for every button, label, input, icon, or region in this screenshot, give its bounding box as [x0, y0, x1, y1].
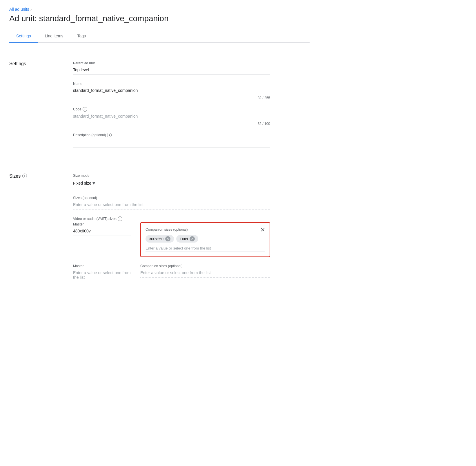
- sizes-section-label: Sizes i: [9, 174, 73, 282]
- popup-close-button[interactable]: ✕: [258, 225, 267, 234]
- companion-tags-container: 300x250 ✕ Fluid ✕: [146, 235, 265, 243]
- companion-tag-300x250-close[interactable]: ✕: [165, 236, 170, 241]
- companion-tag-fluid: Fluid ✕: [176, 235, 198, 243]
- tab-settings[interactable]: Settings: [9, 30, 38, 43]
- description-info-icon[interactable]: i: [107, 133, 112, 137]
- companion-tag-300x250: 300x250 ✕: [146, 235, 174, 243]
- master-col-1: Master 480x600v: [73, 222, 131, 257]
- description-field: Description (optional) i: [73, 133, 270, 148]
- size-mode-value: Fixed size: [73, 181, 91, 185]
- master-col-2: Master Enter a value or select one from …: [73, 264, 131, 282]
- companion-tag-300x250-label: 300x250: [149, 237, 163, 241]
- companion-input-2[interactable]: Enter a value or select one from the lis…: [140, 269, 270, 278]
- name-label: Name: [73, 82, 270, 86]
- breadcrumb: All ad units ›: [9, 7, 310, 12]
- sizes-optional-input[interactable]: Enter a value or select one from the lis…: [73, 201, 270, 210]
- sizes-optional-label: Sizes (optional): [73, 196, 270, 200]
- master-label-1: Master: [73, 222, 131, 226]
- master-input-2[interactable]: Enter a value or select one from the lis…: [73, 269, 131, 282]
- breadcrumb-link[interactable]: All ad units: [9, 7, 29, 12]
- sizes-optional-field: Sizes (optional) Enter a value or select…: [73, 196, 270, 210]
- companion-label-2: Companion sizes (optional): [140, 264, 270, 268]
- master-label-2: Master: [73, 264, 131, 268]
- description-label: Description (optional) i: [73, 133, 270, 137]
- settings-section-label: Settings: [9, 61, 73, 155]
- companion-popup: Companion sizes (optional) 300x250 ✕ Flu…: [140, 222, 270, 257]
- tab-line-items[interactable]: Line items: [38, 30, 70, 43]
- parent-ad-unit-field: Parent ad unit Top level: [73, 61, 270, 75]
- dropdown-arrow-icon: ▾: [92, 180, 95, 186]
- companion-tag-fluid-label: Fluid: [180, 237, 188, 241]
- size-mode-field: Size mode Fixed size ▾: [73, 174, 270, 189]
- sizes-section: Sizes i Size mode Fixed size ▾ Sizes (op…: [9, 164, 310, 292]
- size-mode-label: Size mode: [73, 174, 270, 178]
- parent-ad-unit-label: Parent ad unit: [73, 61, 270, 65]
- tabs-nav: Settings Line items Tags: [9, 30, 310, 43]
- vast-master-row-1: Master 480x600v Companion sizes (optiona…: [73, 222, 270, 257]
- code-field: Code i standard_format_native_companion …: [73, 107, 270, 126]
- companion-input[interactable]: Enter a value or select one from the lis…: [146, 246, 265, 252]
- vast-field: Video or audio (VAST) sizes i: [73, 216, 270, 221]
- name-field: Name standard_format_native_companion 32…: [73, 82, 270, 100]
- master-value-1: 480x600v: [73, 227, 131, 236]
- sizes-section-content: Size mode Fixed size ▾ Sizes (optional) …: [73, 174, 270, 282]
- settings-section: Settings Parent ad unit Top level Name s…: [9, 52, 310, 164]
- sizes-info-icon[interactable]: i: [22, 174, 27, 178]
- vast-info-icon[interactable]: i: [118, 216, 122, 221]
- code-input[interactable]: standard_format_native_companion: [73, 113, 270, 121]
- code-info-icon[interactable]: i: [83, 107, 87, 112]
- page-title: Ad unit: standard_format_native_companio…: [9, 14, 310, 23]
- name-value[interactable]: standard_format_native_companion: [73, 87, 270, 95]
- companion-sizes-label: Companion sizes (optional): [146, 227, 265, 232]
- settings-section-content: Parent ad unit Top level Name standard_f…: [73, 61, 270, 155]
- code-counter: 32 / 100: [73, 122, 270, 126]
- breadcrumb-chevron: ›: [30, 7, 32, 12]
- vast-label: Video or audio (VAST) sizes i: [73, 216, 270, 221]
- companion-col-2: Companion sizes (optional) Enter a value…: [140, 264, 270, 282]
- size-mode-dropdown[interactable]: Fixed size ▾: [73, 179, 95, 189]
- description-input[interactable]: [73, 139, 270, 148]
- vast-master-row-2: Master Enter a value or select one from …: [73, 264, 270, 282]
- tab-tags[interactable]: Tags: [70, 30, 93, 43]
- parent-ad-unit-value: Top level: [73, 66, 270, 75]
- name-counter: 32 / 255: [73, 96, 270, 100]
- companion-tag-fluid-close[interactable]: ✕: [190, 236, 195, 241]
- code-label: Code i: [73, 107, 270, 112]
